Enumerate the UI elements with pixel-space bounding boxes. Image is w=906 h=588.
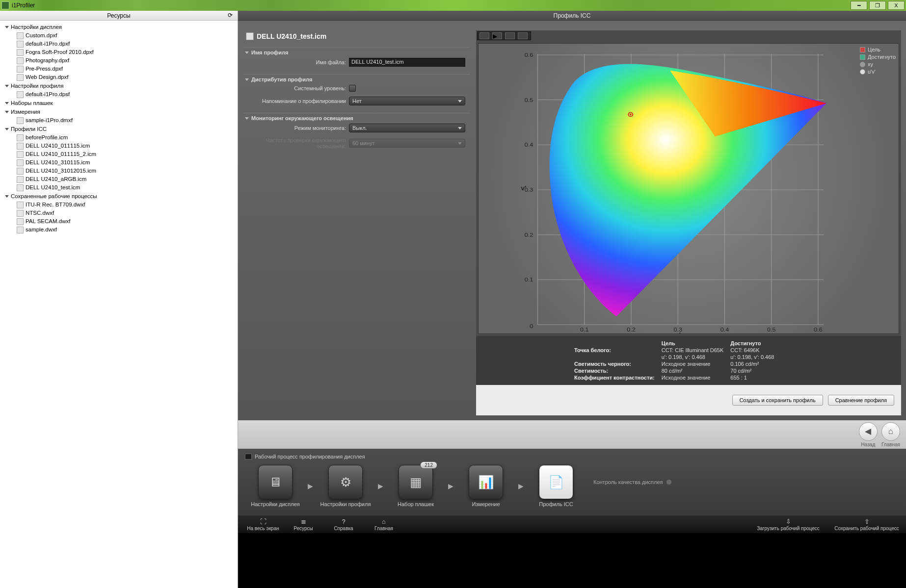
tree-item[interactable]: Web Design.dpxf xyxy=(17,73,236,81)
compare-profile-button[interactable]: Сравнение профиля xyxy=(828,395,894,406)
tree-item[interactable]: sample-i1Pro.dmxf xyxy=(17,116,236,125)
tree-category[interactable]: Настройки дисплея xyxy=(2,23,236,31)
section-header[interactable]: Имя профиля xyxy=(243,50,470,55)
info-achieved: 0.106 cd/m² xyxy=(730,360,781,367)
footer-button[interactable]: ?Справка xyxy=(323,518,364,531)
tree-item-label: PAL SECAM.dwxf xyxy=(26,217,70,226)
tree-item-label: Custom.dpxf xyxy=(26,31,57,40)
footer-button[interactable]: ⇩Загрузить рабочий процесс xyxy=(754,518,823,531)
checkbox[interactable] xyxy=(349,85,356,92)
tree-item-label: DELL U2410_310115.icm xyxy=(26,158,90,167)
workflow-step-icon: ▦212 xyxy=(399,465,433,499)
tree-item[interactable]: PAL SECAM.dwxf xyxy=(17,217,236,226)
footer-icon: ⇧ xyxy=(864,518,870,525)
tree-item[interactable]: DELL U2410_011115.icm xyxy=(17,142,236,150)
svg-text:0.1: 0.1 xyxy=(525,277,533,283)
tree-item[interactable]: sample.dwxf xyxy=(17,226,236,234)
gamut-view-icon[interactable] xyxy=(480,32,489,39)
form-label: Режим мониторинга: xyxy=(248,125,346,131)
select-dropdown[interactable]: Выкл. xyxy=(349,124,465,132)
tree-category[interactable]: Профили ICC xyxy=(2,125,236,133)
minimize-button[interactable]: ━ xyxy=(851,1,867,10)
workflow-step-label: Настройки профиля xyxy=(320,501,371,507)
gamut-play-icon[interactable]: ▶ xyxy=(492,32,502,39)
footer-button[interactable]: ⌂Главная xyxy=(364,518,404,531)
file-icon xyxy=(17,91,24,98)
file-icon xyxy=(17,227,24,233)
svg-text:0.1: 0.1 xyxy=(580,327,589,333)
form-label: Имя файла: xyxy=(248,59,346,65)
file-icon xyxy=(17,57,24,64)
legend-swatch xyxy=(860,62,865,67)
workflow-step[interactable]: 📄Профиль ICC xyxy=(526,465,586,507)
info-row: u': 0.198, v': 0.468u': 0.198, v': 0.468 xyxy=(574,354,781,360)
workflow-step[interactable]: ⚙Настройки профиля xyxy=(315,465,376,507)
tree-item[interactable]: beforeProfile.icm xyxy=(17,133,236,142)
tree-item[interactable]: default-i1Pro.dpxf xyxy=(17,40,236,48)
legend-label: Цель xyxy=(868,47,880,52)
resource-tree[interactable]: Настройки дисплеяCustom.dpxfdefault-i1Pr… xyxy=(0,21,238,588)
footer-bar: ⛶На весь экран≣Ресурсы?Справка⌂Главная ⇩… xyxy=(238,515,906,533)
maximize-button[interactable]: ❐ xyxy=(869,1,886,10)
footer-button[interactable]: ≣Ресурсы xyxy=(283,518,323,531)
back-button[interactable]: ◀ xyxy=(859,422,878,441)
footer-label: Главная xyxy=(374,526,393,531)
tree-item[interactable]: Pre-Press.dpxf xyxy=(17,65,236,73)
filename-input[interactable]: DELL U2410_test.icm xyxy=(349,58,465,67)
svg-text:0.6: 0.6 xyxy=(525,52,533,58)
workflow-head: Рабочий процесс профилирования дисплея xyxy=(245,454,365,460)
expand-icon xyxy=(5,195,9,198)
collapse-icon xyxy=(245,117,249,120)
footer-icon: ≣ xyxy=(301,518,306,525)
gamut-square-icon[interactable] xyxy=(505,32,515,39)
info-table: ЦельДостигнутоТочка белого:CCT: CIE Illu… xyxy=(476,336,901,385)
tree-item[interactable]: Photography.dpxf xyxy=(17,56,236,65)
category-label: Измерения xyxy=(11,108,40,116)
workflow-end[interactable]: Контроль качества дисплея xyxy=(593,479,672,485)
gamut-person-icon[interactable] xyxy=(518,32,528,39)
tree-category[interactable]: Измерения xyxy=(2,108,236,116)
section-title: Имя профиля xyxy=(251,50,288,55)
tree-category[interactable]: Настройки профиля xyxy=(2,82,236,90)
legend-row[interactable]: u'v' xyxy=(860,69,896,75)
workflow-step[interactable]: ▦212Набор плашек xyxy=(385,465,446,507)
home-button[interactable]: ⌂ xyxy=(881,422,900,441)
form-row: Системный уровень: xyxy=(243,82,470,94)
tree-item[interactable]: DELL U2410_aRGB.icm xyxy=(17,175,236,183)
footer-button[interactable]: ⛶На весь экран xyxy=(243,518,283,531)
save-profile-button[interactable]: Создать и сохранить профиль xyxy=(732,395,823,406)
section-header[interactable]: Дистрибутив профиля xyxy=(243,77,470,82)
tree-category[interactable]: Наборы плашек xyxy=(2,99,236,107)
section-header[interactable]: Мониторинг окружающего освещения xyxy=(243,115,470,121)
tree-item-label: sample-i1Pro.dmxf xyxy=(26,116,73,125)
footer-label: Сохранить рабочий процесс xyxy=(834,526,899,531)
legend-label: Достигнуто xyxy=(868,54,896,60)
tree-item[interactable]: NTSC.dwxf xyxy=(17,209,236,217)
tree-item[interactable]: Fogra Soft-Proof 2010.dpxf xyxy=(17,48,236,56)
tree-item[interactable]: DELL U2410_31012015.icm xyxy=(17,167,236,175)
select-value: Нет xyxy=(352,98,362,104)
tree-item[interactable]: ITU-R Rec. BT709.dwxf xyxy=(17,201,236,209)
tree-item-label: DELL U2410_test.icm xyxy=(26,183,80,192)
tree-item[interactable]: DELL U2410_310115.icm xyxy=(17,158,236,167)
reload-icon[interactable]: ⟳ xyxy=(228,12,236,20)
file-icon xyxy=(17,184,24,191)
footer-button[interactable]: ⇧Сохранить рабочий процесс xyxy=(832,518,901,531)
tree-item[interactable]: DELL U2410_011115_2.icm xyxy=(17,150,236,158)
category-label: Наборы плашек xyxy=(11,99,53,107)
tree-item[interactable]: DELL U2410_test.icm xyxy=(17,183,236,192)
legend-row[interactable]: xy xyxy=(860,61,896,67)
tree-category[interactable]: Сохраненные рабочие процессы xyxy=(2,192,236,201)
info-achieved: CCT: 6496K xyxy=(730,347,781,354)
select-value: 60 минут xyxy=(352,140,375,146)
close-button[interactable]: X xyxy=(888,1,905,10)
info-label: Точка белого: xyxy=(574,347,662,354)
info-row: Светимость черного:Исходное значение0.10… xyxy=(574,360,781,367)
gamut-toolbar: ▶ xyxy=(477,31,531,40)
select-dropdown[interactable]: Нет xyxy=(349,97,465,105)
tree-item[interactable]: Custom.dpxf xyxy=(17,31,236,40)
workflow-step[interactable]: 📊Измерение xyxy=(455,465,516,507)
workflow-step[interactable]: 🖥Настройки дисплея xyxy=(245,465,306,507)
chromaticity-plot[interactable]: 0 0.1 0.2 0.3 0.4 0.5 0.6 0.1 0.2 0.3 0.… xyxy=(478,43,899,334)
tree-item[interactable]: default-i1Pro.dpsf xyxy=(17,90,236,99)
